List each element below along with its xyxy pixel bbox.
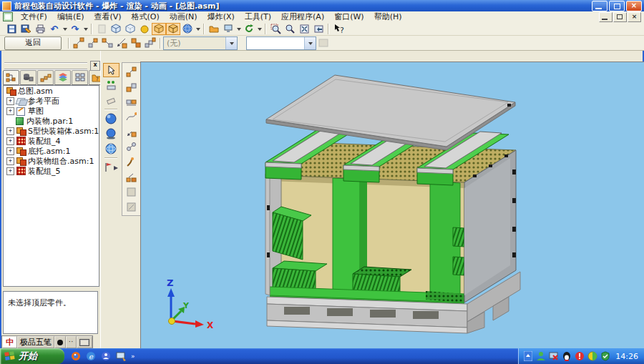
tree-item[interactable]: +底托.asm:1 [4, 146, 99, 156]
expand-icon[interactable]: + [6, 107, 14, 115]
ime-name[interactable]: 极品五笔 [17, 336, 54, 348]
ime-punctuation-button[interactable]: ·· [66, 336, 77, 348]
drag-component-button[interactable] [114, 37, 129, 49]
3d-viewport[interactable]: Z X Y [140, 62, 644, 348]
restore-button[interactable] [609, 1, 625, 11]
render-shaded-button[interactable] [103, 112, 119, 126]
zoom-button[interactable] [283, 23, 297, 35]
quick-launch-more-chevron[interactable]: » [131, 353, 135, 360]
common-views-button[interactable] [180, 23, 195, 35]
explode-tool-6-button[interactable] [123, 139, 140, 154]
render-shadow-button[interactable] [103, 127, 119, 141]
print-button[interactable] [33, 23, 47, 35]
explode-tool-7-button[interactable] [123, 154, 140, 169]
whats-this-button[interactable]: ? [331, 23, 346, 35]
tree-item[interactable]: +参考平面 [4, 96, 99, 106]
open-folder-button[interactable] [207, 23, 221, 35]
zoom-area-button[interactable] [268, 23, 283, 35]
explode-tool-5-button[interactable] [123, 124, 140, 139]
return-button[interactable]: 返回 [4, 36, 62, 50]
select-options-button[interactable] [103, 78, 119, 92]
tab-pathfinder[interactable] [3, 70, 19, 85]
tree-item[interactable]: +草图 [4, 106, 99, 116]
tree-item[interactable]: +S型快装箱体.asm:1 [4, 126, 99, 136]
view-shaded-with-edges-button[interactable] [152, 23, 166, 35]
tab-parts-library[interactable] [20, 70, 36, 85]
security-alert-icon[interactable] [574, 350, 585, 362]
hide-icons-button[interactable] [522, 350, 534, 362]
apply-motor-button[interactable] [316, 37, 331, 49]
erase-tool-button[interactable] [103, 93, 119, 107]
menu-help[interactable]: 帮助(H) [369, 11, 407, 23]
explode-tool-9-button[interactable] [123, 185, 140, 199]
redo-button[interactable]: ↷ [68, 23, 82, 35]
panel-close-button[interactable]: x [90, 61, 100, 71]
expand-icon[interactable]: + [6, 147, 14, 155]
close-button[interactable]: × [626, 1, 642, 11]
ime-mode-button[interactable] [54, 336, 66, 348]
panel-splitter[interactable] [3, 287, 98, 290]
messenger-icon[interactable] [100, 350, 112, 363]
menu-edit[interactable]: 编辑(E) [52, 11, 89, 23]
redo-dropdown[interactable] [82, 23, 89, 35]
show-desktop-icon[interactable] [115, 350, 127, 363]
explode-tool-1-button[interactable] [123, 64, 140, 79]
save-button[interactable] [4, 23, 19, 35]
minimize-button[interactable] [592, 1, 608, 11]
rebind-button[interactable] [100, 37, 114, 49]
paste-button[interactable] [94, 23, 109, 35]
tree-item[interactable]: +内装物组合.asm:1 [4, 156, 99, 166]
tab-sensors[interactable] [72, 70, 88, 85]
shield-icon[interactable] [600, 350, 611, 362]
configuration-select[interactable]: (无) [163, 36, 238, 50]
tab-layers[interactable] [54, 70, 71, 85]
expand-icon[interactable]: + [6, 97, 14, 105]
undo-dropdown[interactable] [62, 23, 68, 35]
ime-language-badge[interactable]: 中 [2, 336, 17, 348]
view-hidden-lines-button[interactable] [123, 23, 137, 35]
explode-tool-4-button[interactable] [123, 109, 140, 124]
internet-explorer-icon[interactable]: e [85, 350, 97, 363]
explode-tool-8-button[interactable] [123, 169, 140, 184]
menu-explode[interactable]: 爆炸(X) [203, 11, 240, 23]
display-options-dropdown[interactable] [235, 23, 242, 35]
user-online-icon[interactable] [535, 350, 547, 362]
view-wireframe-button[interactable] [109, 23, 123, 35]
menu-window[interactable]: 窗口(W) [329, 11, 369, 23]
view-visible-edges-button[interactable] [166, 23, 180, 35]
mdi-minimize-button[interactable] [599, 12, 613, 22]
start-button[interactable]: 开始 [0, 348, 64, 364]
media-player-icon[interactable] [70, 350, 82, 363]
expand-icon[interactable]: + [6, 167, 14, 175]
view-shaded-button[interactable] [137, 23, 152, 35]
previous-view-button[interactable] [311, 23, 326, 35]
explode-tool-10-button[interactable] [123, 200, 140, 214]
motor-select[interactable] [246, 36, 316, 50]
render-wireframe-button[interactable] [103, 142, 119, 156]
explode-tool-3-button[interactable] [123, 94, 140, 109]
select-tool-button[interactable] [103, 63, 119, 77]
tree-item[interactable]: 内装物.par:1 [4, 116, 99, 126]
tree-item[interactable]: +装配组_5 [4, 166, 99, 176]
tab-family-of-assemblies[interactable] [37, 70, 54, 85]
refresh-button[interactable] [242, 23, 256, 35]
fit-button[interactable] [297, 23, 311, 35]
common-views-dropdown[interactable] [195, 23, 201, 35]
mdi-close-button[interactable]: × [628, 12, 641, 22]
ime-keyboard-button[interactable] [77, 336, 92, 348]
save-as-button[interactable] [19, 23, 33, 35]
menu-file[interactable]: 文件(F) [16, 11, 52, 23]
display-options-button[interactable] [221, 23, 235, 35]
menu-view[interactable]: 查看(V) [89, 11, 126, 23]
display-error-icon[interactable] [548, 350, 560, 362]
viewport-canvas[interactable]: Z X Y [141, 62, 643, 348]
qq-icon[interactable] [561, 350, 572, 362]
antivirus-icon[interactable] [587, 350, 598, 362]
mdi-restore-button[interactable] [613, 12, 627, 22]
expand-icon[interactable]: + [6, 157, 14, 165]
menu-animation[interactable]: 动画(N) [165, 11, 203, 23]
finish-flag-button[interactable] [103, 160, 119, 174]
taskbar-clock[interactable]: 14:26 [615, 352, 638, 361]
animation-editor-button[interactable] [143, 37, 157, 49]
undo-button[interactable]: ↶ [47, 23, 62, 35]
